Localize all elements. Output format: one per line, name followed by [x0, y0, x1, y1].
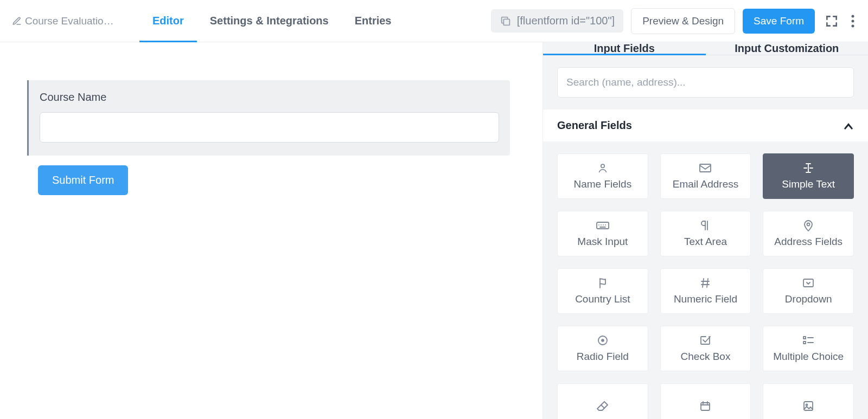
field-card-image[interactable]	[763, 383, 854, 419]
svg-rect-6	[597, 222, 609, 229]
eraser-icon	[596, 400, 610, 412]
field-label: Course Name	[40, 91, 499, 104]
shortcode-box[interactable]: [fluentform id="100"]	[491, 9, 623, 33]
flag-icon	[596, 277, 610, 289]
svg-rect-14	[804, 402, 813, 410]
radio-icon	[596, 334, 610, 346]
field-card-label: Simple Text	[782, 178, 835, 190]
svg-rect-11	[803, 337, 806, 339]
kebab-icon	[851, 14, 855, 28]
sidebar-tab-label: Input Fields	[594, 42, 655, 55]
tab-label: Entries	[355, 15, 392, 27]
sidebar: Input Fields Input Customization General…	[542, 42, 868, 419]
field-card-calendar[interactable]	[660, 383, 751, 419]
main: Course Name Submit Form Input Fields Inp…	[0, 42, 868, 419]
svg-point-7	[807, 223, 810, 226]
sidebar-tab-input-fields[interactable]: Input Fields	[543, 42, 706, 55]
field-card-pin[interactable]: Address Fields	[763, 211, 854, 256]
topbar: Course Evaluation... Editor Settings & I…	[0, 0, 868, 42]
more-button[interactable]	[848, 12, 857, 30]
svg-point-10	[601, 339, 604, 342]
svg-rect-13	[701, 403, 710, 410]
canvas: Course Name Submit Form	[0, 42, 542, 419]
field-card-label: Multiple Choice	[773, 351, 844, 363]
search-input[interactable]	[557, 67, 854, 98]
section-header[interactable]: General Fields	[543, 109, 868, 141]
field-card-multi[interactable]: Multiple Choice	[763, 326, 854, 371]
svg-point-15	[806, 404, 808, 406]
text-cursor-icon	[801, 162, 815, 174]
mail-icon	[698, 162, 712, 174]
user-icon	[596, 162, 610, 174]
sidebar-tab-customization[interactable]: Input Customization	[706, 42, 869, 55]
form-name[interactable]: Course Evaluation...	[12, 15, 118, 27]
fullscreen-button[interactable]	[822, 12, 841, 30]
field-card-paragraph[interactable]: Text Area	[660, 211, 751, 256]
svg-rect-8	[803, 279, 813, 287]
section-title: General Fields	[557, 119, 632, 132]
keyboard-icon	[596, 220, 610, 231]
paragraph-icon	[698, 220, 712, 231]
preview-button[interactable]: Preview & Design	[631, 8, 735, 34]
course-name-input[interactable]	[40, 112, 499, 143]
field-grid: Name FieldsEmail AddressSimple TextMask …	[543, 141, 868, 419]
svg-rect-0	[503, 19, 509, 25]
tab-settings[interactable]: Settings & Integrations	[197, 0, 342, 42]
field-card-label: Name Fields	[574, 178, 632, 190]
field-card-label: Address Fields	[774, 236, 843, 248]
save-button[interactable]: Save Form	[743, 9, 815, 34]
shortcode-text: [fluentform id="100"]	[517, 15, 615, 27]
calendar-icon	[698, 400, 712, 412]
field-card-radio[interactable]: Radio Field	[557, 326, 648, 371]
header-tabs: Editor Settings & Integrations Entries	[139, 0, 405, 42]
svg-rect-12	[803, 341, 806, 344]
field-card-flag[interactable]: Country List	[557, 268, 648, 314]
sidebar-tabs: Input Fields Input Customization	[543, 42, 868, 55]
fullscreen-icon	[825, 14, 839, 28]
tab-editor[interactable]: Editor	[139, 0, 197, 42]
svg-point-2	[852, 20, 854, 22]
tab-label: Editor	[152, 15, 184, 27]
form-name-text: Course Evaluation...	[25, 15, 118, 27]
field-card-label: Country List	[575, 293, 630, 305]
hash-icon	[698, 277, 712, 289]
svg-rect-5	[700, 164, 711, 172]
check-icon	[698, 334, 712, 346]
field-card-dropdown[interactable]: Dropdown	[763, 268, 854, 314]
topbar-right: [fluentform id="100"] Preview & Design S…	[491, 8, 857, 34]
form-field-block[interactable]: Course Name	[27, 80, 510, 156]
field-card-label: Dropdown	[785, 293, 832, 305]
dropdown-icon	[801, 277, 815, 289]
chevron-up-icon	[843, 122, 854, 130]
field-card-label: Check Box	[681, 351, 731, 363]
field-card-user[interactable]: Name Fields	[557, 153, 648, 199]
svg-point-1	[852, 15, 854, 17]
field-card-keyboard[interactable]: Mask Input	[557, 211, 648, 256]
field-card-eraser[interactable]	[557, 383, 648, 419]
field-card-mail[interactable]: Email Address	[660, 153, 751, 199]
field-card-label: Text Area	[684, 236, 727, 248]
pencil-icon	[12, 16, 22, 26]
tab-label: Settings & Integrations	[210, 15, 329, 27]
field-card-hash[interactable]: Numeric Field	[660, 268, 751, 314]
field-card-label: Radio Field	[577, 351, 629, 363]
field-card-text-cursor[interactable]: Simple Text	[763, 153, 854, 199]
svg-point-4	[601, 164, 604, 167]
field-card-check[interactable]: Check Box	[660, 326, 751, 371]
svg-point-3	[852, 24, 854, 27]
submit-button[interactable]: Submit Form	[38, 165, 128, 195]
multi-icon	[801, 334, 815, 346]
field-card-label: Mask Input	[577, 236, 628, 248]
copy-icon	[500, 15, 512, 27]
image-icon	[801, 400, 815, 412]
field-card-label: Email Address	[673, 178, 738, 190]
search-wrap	[543, 55, 868, 109]
pin-icon	[801, 220, 815, 231]
field-card-label: Numeric Field	[674, 293, 737, 305]
sidebar-tab-label: Input Customization	[735, 42, 839, 55]
tab-entries[interactable]: Entries	[342, 0, 405, 42]
